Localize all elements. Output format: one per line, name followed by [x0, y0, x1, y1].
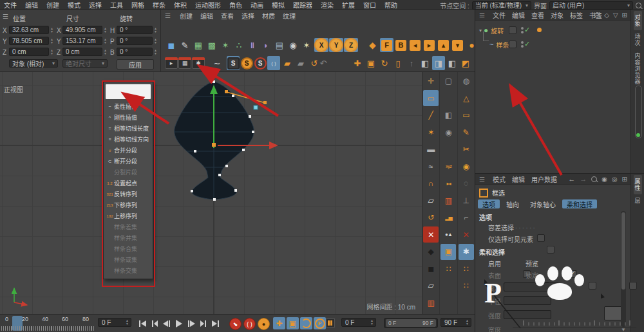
tag-orange-dot[interactable] — [537, 28, 542, 32]
visibility-dots[interactable] — [521, 27, 524, 33]
side-tab-内容浏览器[interactable]: 内容浏览器 — [634, 50, 642, 88]
side-tab-场次[interactable]: 场次 — [634, 30, 642, 50]
symmetry-icon[interactable]: Ⅱ — [246, 38, 259, 52]
box-gray-icon[interactable]: ▢ — [440, 73, 456, 89]
menu-渲染[interactable]: 渲染 — [321, 0, 334, 10]
filter-icon[interactable]: ▽ — [613, 12, 618, 19]
gear-icon[interactable]: ✱ — [459, 244, 474, 260]
arrow-up-icon[interactable]: ↑ — [405, 56, 418, 70]
cube-view-3-icon[interactable]: ◧ — [446, 56, 459, 70]
primitive-cube-icon[interactable]: ◼ — [165, 38, 178, 52]
keyframe-selection-icon[interactable] — [326, 318, 335, 327]
side-tab-属性[interactable]: 属性 — [634, 175, 642, 194]
menu-模式[interactable]: 模式 — [68, 0, 80, 10]
workplane-lock-icon[interactable]: ▰ — [294, 56, 307, 70]
menu-体积[interactable]: 体积 — [174, 0, 187, 10]
range-end-field[interactable]: 90 F ▲▼ — [440, 318, 471, 327]
menu-模拟[interactable]: 模拟 — [272, 0, 285, 10]
history-forward-icon[interactable]: → — [580, 175, 587, 183]
transform-mode-dropdown[interactable]: 对象 (相对)▾ — [9, 59, 58, 68]
snap-enable-button[interactable]: S — [227, 56, 240, 70]
menu-扩展[interactable]: 扩展 — [342, 0, 355, 10]
object-name[interactable]: 旋转 — [491, 26, 504, 35]
menu-网格[interactable]: 网格 — [131, 0, 144, 10]
add-layer-icon[interactable]: ⊞ — [622, 12, 627, 19]
pos-z-field[interactable]: 0 cm — [9, 48, 49, 56]
snap-mode-button[interactable]: S — [240, 56, 253, 70]
lock-y-axis-button[interactable]: Y — [329, 38, 343, 52]
camera-icon[interactable]: ◉ — [287, 38, 299, 52]
pos-x-field[interactable]: 32.63 cm — [9, 26, 49, 34]
box-add-icon[interactable]: ▣ — [365, 56, 377, 70]
om-menu-查看[interactable]: 查看 — [531, 10, 544, 20]
delete-icon[interactable]: ✕ — [423, 226, 439, 243]
extra-checkbox[interactable] — [629, 282, 637, 290]
layer-checkbox[interactable] — [509, 41, 516, 50]
menu-帮助[interactable]: 帮助 — [384, 0, 397, 10]
metaball-icon[interactable]: ◗ — [260, 38, 272, 52]
stepper-icon[interactable]: ▲▼ — [153, 38, 158, 44]
attributes-scrollbar[interactable] — [621, 211, 626, 327]
sync-icon[interactable]: ↻ — [378, 56, 391, 70]
context-item-刚性插值[interactable]: ^刚性插值 — [104, 112, 153, 123]
menu-动画[interactable]: 动画 — [251, 0, 263, 10]
hammer-icon[interactable]: ⌐ — [459, 210, 474, 226]
rot-h-field[interactable]: 0 ° — [117, 26, 153, 34]
key-scale-toggle[interactable]: ▣ — [287, 317, 299, 329]
render-view-button[interactable]: ▸ — [165, 56, 178, 70]
menu-编辑[interactable]: 编辑 — [25, 0, 38, 10]
context-item-断开分段[interactable]: ⊂断开分段 — [104, 156, 153, 167]
render-picture-viewer-button[interactable]: ▦ — [178, 56, 191, 70]
toolbar-menu-编辑[interactable]: 编辑 — [200, 11, 213, 21]
new-panel-icon[interactable]: ⊞ — [622, 176, 627, 183]
context-item-下移序列[interactable]: 213下移序列 — [104, 199, 153, 210]
brush-tool-icon[interactable]: ▬ — [423, 142, 439, 158]
play-button[interactable] — [173, 318, 185, 329]
panel-menu-icon[interactable]: ☰ — [479, 176, 485, 183]
snap-3d-button[interactable]: S — [254, 56, 267, 70]
search-icon[interactable] — [636, 3, 641, 8]
om-menu-编辑[interactable]: 编辑 — [512, 10, 525, 20]
key-parameter-toggle[interactable]: P — [314, 317, 326, 329]
tweak-tool-icon[interactable]: ≈ — [423, 158, 439, 174]
autokey-button[interactable]: ● — [258, 318, 270, 330]
magnet-tool-icon[interactable]: ∩ — [423, 176, 439, 192]
visibility-dots[interactable] — [521, 41, 524, 48]
navigation-pivot-icon[interactable]: ✛ — [423, 73, 439, 89]
side-tab-层[interactable]: 层 — [634, 194, 642, 207]
spikify-icon[interactable]: ✶ — [219, 38, 232, 52]
workplane-icon[interactable]: ◆ — [366, 38, 379, 52]
prev-key-button[interactable] — [149, 318, 160, 329]
trash-icon[interactable]: ▥ — [423, 295, 439, 311]
side-tab-对象[interactable]: 对象 — [634, 11, 642, 30]
toolbar-menu-材质[interactable]: 材质 — [262, 11, 275, 21]
optimize-icon[interactable]: ▩ — [205, 38, 218, 52]
attribute-tab-轴向[interactable]: 轴向 — [502, 199, 524, 208]
am-menu-用户数据[interactable]: 用户数据 — [531, 174, 557, 184]
rot-b-field[interactable]: 0 ° — [117, 48, 153, 56]
context-item-相等切线方向[interactable]: ≡相等切线方向 — [104, 134, 153, 145]
context-item-合并分段[interactable]: ∪合并分段 — [104, 145, 153, 156]
toolbar-menu-纹理[interactable]: 纹理 — [283, 11, 296, 21]
apply-button[interactable]: 应用 — [117, 59, 154, 69]
subdivide-icon[interactable]: ▦ — [192, 38, 205, 52]
target-icon[interactable]: ◎ — [612, 176, 618, 183]
scissors-icon[interactable]: ✂ — [459, 142, 474, 158]
viewport-front-button[interactable]: F — [380, 38, 393, 52]
quantize-button[interactable]: ( ) — [267, 56, 280, 70]
spacer-2[interactable] — [440, 142, 456, 158]
badge-icon[interactable]: ◉ — [440, 124, 456, 140]
viewport-left-button[interactable]: ◂ — [408, 38, 422, 52]
toolbar-menu-选择[interactable]: 选择 — [242, 11, 254, 21]
xyz-axes-icon[interactable]: xyz — [440, 158, 456, 174]
om-menu-文件[interactable]: 文件 — [493, 10, 506, 20]
stepper-icon[interactable]: ▲▼ — [50, 49, 54, 55]
goto-start-button[interactable] — [137, 318, 148, 329]
scroll-down-icon[interactable]: ▼ — [621, 327, 626, 332]
stepper-icon[interactable]: ▲▼ — [153, 49, 158, 55]
stand-icon[interactable]: ⊥ — [459, 192, 474, 208]
cube-dark2-icon[interactable]: ◼ — [423, 261, 439, 277]
pencil-icon[interactable]: ✎ — [459, 124, 474, 140]
light-icon[interactable]: ✶ — [300, 38, 313, 52]
radioactive-icon[interactable]: ◉ — [459, 158, 474, 174]
